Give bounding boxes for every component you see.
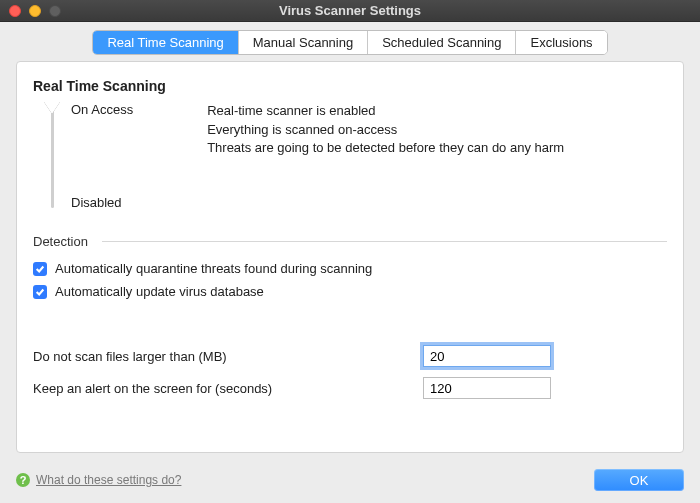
section-title: Detection [33,234,88,249]
slider-label-on-access: On Access [71,102,133,117]
alert-duration-row: Keep an alert on the screen for (seconds… [33,377,667,399]
update-checkbox[interactable] [33,285,47,299]
separator [102,241,667,242]
help-link[interactable]: ? What do these settings do? [16,473,181,487]
detection-section-header: Detection [33,234,667,249]
tab-scheduled-scanning[interactable]: Scheduled Scanning [368,31,516,54]
slider-label-disabled: Disabled [71,195,133,210]
update-label: Automatically update virus database [55,284,264,299]
tab-manual-scanning[interactable]: Manual Scanning [239,31,368,54]
footer: ? What do these settings do? OK [0,463,700,503]
window-title: Virus Scanner Settings [0,3,700,18]
help-label: What do these settings do? [36,473,181,487]
titlebar: Virus Scanner Settings [0,0,700,22]
ok-button[interactable]: OK [594,469,684,491]
content-area: Real Time Scanning Manual Scanning Sched… [0,22,700,503]
checkmark-icon [35,264,45,274]
tab-bar: Real Time Scanning Manual Scanning Sched… [0,22,700,61]
scan-description: Real-time scanner is enabled Everything … [207,102,564,210]
file-size-row: Do not scan files larger than (MB) [33,345,667,367]
desc-line: Everything is scanned on-access [207,121,564,139]
scan-level-slider[interactable] [51,106,54,208]
settings-window: Virus Scanner Settings Real Time Scannin… [0,0,700,503]
tab-exclusions[interactable]: Exclusions [516,31,606,54]
panel-title: Real Time Scanning [33,78,667,94]
file-size-input[interactable] [423,345,551,367]
update-row: Automatically update virus database [33,284,667,299]
file-size-label: Do not scan files larger than (MB) [33,349,423,364]
tab-real-time-scanning[interactable]: Real Time Scanning [93,31,238,54]
quarantine-checkbox[interactable] [33,262,47,276]
help-icon: ? [16,473,30,487]
checkmark-icon [35,287,45,297]
desc-line: Real-time scanner is enabled [207,102,564,120]
quarantine-label: Automatically quarantine threats found d… [55,261,372,276]
desc-line: Threats are going to be detected before … [207,139,564,157]
slider-thumb-icon[interactable] [44,102,60,114]
scan-level-slider-area: On Access Disabled Real-time scanner is … [33,102,667,210]
alert-duration-input[interactable] [423,377,551,399]
quarantine-row: Automatically quarantine threats found d… [33,261,667,276]
real-time-panel: Real Time Scanning On Access Disabled Re… [16,61,684,453]
alert-duration-label: Keep an alert on the screen for (seconds… [33,381,423,396]
